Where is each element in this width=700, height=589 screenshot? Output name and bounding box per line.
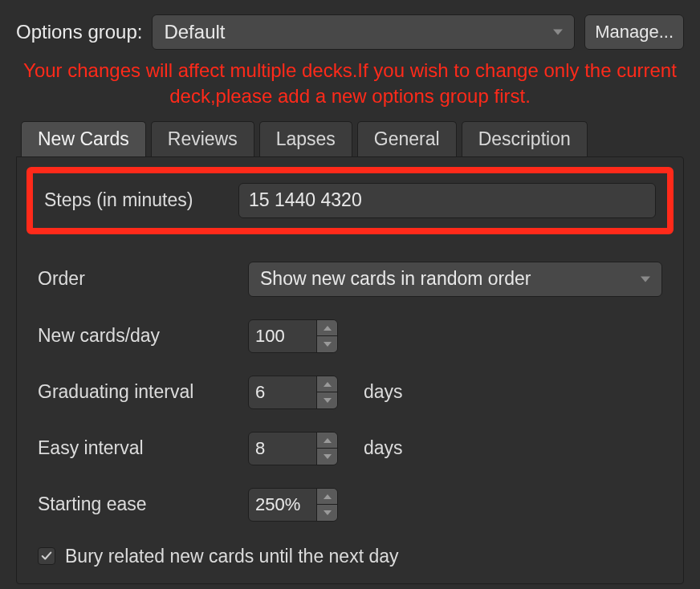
options-group-select[interactable]: Default [152,14,575,50]
stepper-up[interactable] [317,320,337,337]
chevron-down-icon [324,454,332,459]
easy-interval-input[interactable] [249,433,316,465]
stepper-buttons [316,433,337,465]
steps-highlight: Steps (in minutes) [26,167,674,234]
chevron-down-icon [324,510,332,515]
bury-row: Bury related new cards until the next da… [26,533,674,567]
options-group-label: Options group: [16,21,142,43]
options-group-row: Options group: Default Manage... [16,14,684,50]
order-row: Order Show new cards in random order [26,250,674,308]
chevron-down-icon [553,30,563,35]
new-per-day-label: New cards/day [38,325,235,347]
stepper-down[interactable] [317,336,337,352]
new-per-day-row: New cards/day [26,308,674,364]
multi-deck-warning: Your changes will affect multiple decks.… [16,58,684,110]
tab-new-cards[interactable]: New Cards [21,121,146,156]
steps-label: Steps (in minutes) [44,189,226,211]
new-per-day-input[interactable] [249,320,316,352]
options-group-value: Default [164,21,225,43]
easy-interval-label: Easy interval [38,437,235,459]
grad-interval-row: Graduating interval days [26,364,674,420]
tab-lapses[interactable]: Lapses [259,121,352,156]
stepper-buttons [316,320,337,352]
stepper-up[interactable] [317,489,337,506]
stepper-up[interactable] [317,433,337,449]
stepper-down[interactable] [317,392,337,408]
chevron-down-icon [641,276,650,282]
easy-interval-stepper[interactable] [248,432,338,465]
stepper-buttons [316,376,337,408]
starting-ease-label: Starting ease [38,494,235,515]
grad-interval-stepper[interactable] [248,376,338,409]
chevron-up-icon [324,326,332,331]
tab-reviews[interactable]: Reviews [151,121,254,156]
days-suffix: days [364,437,403,459]
starting-ease-stepper[interactable] [248,488,338,522]
stepper-down[interactable] [317,505,337,521]
bury-label: Bury related new cards until the next da… [65,546,399,567]
grad-interval-label: Graduating interval [38,381,235,403]
steps-input[interactable] [238,183,656,218]
chevron-up-icon [324,438,332,443]
check-icon [41,550,52,562]
stepper-down[interactable] [317,449,337,465]
deck-options-window: Options group: Default Manage... Your ch… [0,0,700,584]
tab-description[interactable]: Description [462,121,588,156]
order-value: Show new cards in random order [260,268,531,290]
grad-interval-input[interactable] [249,376,316,408]
easy-interval-row: Easy interval days [26,420,674,477]
starting-ease-row: Starting ease [26,477,674,533]
tab-bar: New Cards Reviews Lapses General Descrip… [16,121,684,156]
chevron-up-icon [324,382,332,387]
chevron-up-icon [324,494,332,499]
tab-general[interactable]: General [357,121,457,156]
order-select[interactable]: Show new cards in random order [248,262,662,297]
stepper-buttons [316,489,337,521]
order-label: Order [38,268,235,290]
starting-ease-input[interactable] [249,489,316,521]
bury-checkbox[interactable] [38,547,55,565]
stepper-up[interactable] [317,376,337,393]
manage-button[interactable]: Manage... [584,14,684,50]
days-suffix: days [364,381,403,403]
chevron-down-icon [324,398,332,403]
new-per-day-stepper[interactable] [248,319,338,353]
new-cards-panel: Steps (in minutes) Order Show new cards … [16,156,684,584]
chevron-down-icon [324,342,332,347]
